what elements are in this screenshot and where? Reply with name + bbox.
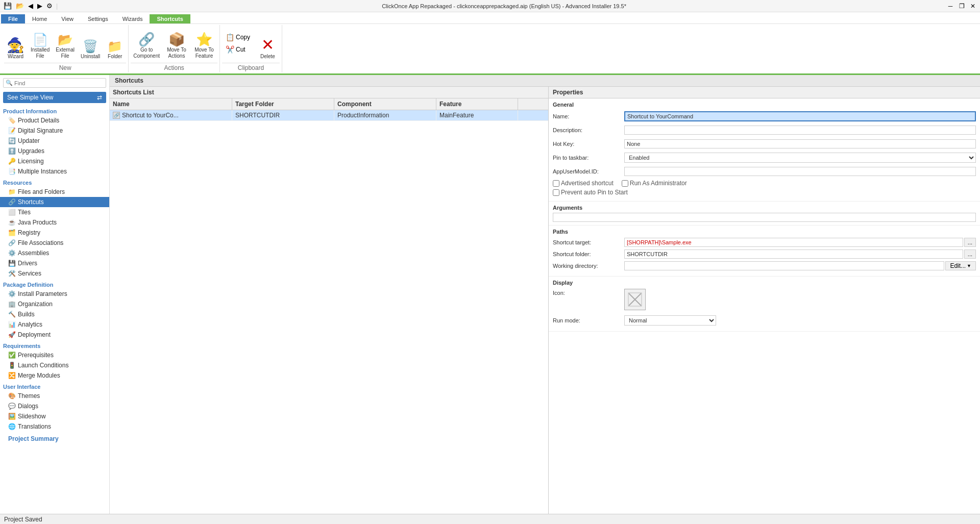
simple-view-toggle[interactable]: See Simple View ⇄ (3, 92, 106, 103)
qat-redo[interactable]: ▶ (36, 2, 44, 10)
qat-undo[interactable]: ◀ (27, 2, 35, 10)
col-component[interactable]: Component (334, 98, 436, 110)
prop-input-shortcut-target[interactable] (624, 238, 963, 247)
prop-prevent-pin[interactable]: Prevent auto Pin to Start (553, 189, 628, 196)
sidebar-item-themes[interactable]: 🎨 Themes (0, 391, 109, 401)
icon-preview[interactable] (624, 289, 646, 310)
prop-label-hotkey: Hot Key: (553, 141, 624, 147)
shortcut-folder-browse-btn[interactable]: ... (964, 249, 976, 259)
sidebar-item-upgrades[interactable]: ⬆️ Upgrades (0, 146, 109, 156)
search-input[interactable] (14, 80, 104, 86)
sidebar-item-merge-modules[interactable]: 🔀 Merge Modules (0, 370, 109, 381)
installed-file-btn[interactable]: 📄 InstalledFile (28, 26, 52, 61)
prop-run-as-admin[interactable]: Run As Administrator (622, 180, 687, 187)
shortcuts-list-title: Shortcuts List (110, 87, 548, 98)
prop-select-run-mode[interactable]: Normal Minimized Maximized (624, 315, 716, 326)
tab-file[interactable]: File (1, 14, 25, 23)
sidebar-item-builds[interactable]: 🔨 Builds (0, 309, 109, 319)
launch-conditions-label: Launch Conditions (18, 362, 68, 369)
install-params-label: Install Parameters (18, 290, 67, 297)
move-to-component-btn[interactable]: 📦 Move ToActions (163, 26, 190, 61)
col-name[interactable]: Name (110, 98, 232, 110)
sidebar-item-organization[interactable]: 🏢 Organization (0, 299, 109, 309)
sidebar-item-licensing[interactable]: 🔑 Licensing (0, 156, 109, 166)
cut-btn[interactable]: ✂️ Cut (222, 44, 254, 55)
tab-settings[interactable]: Settings (81, 14, 115, 23)
close-btn[interactable]: ✕ (968, 1, 978, 11)
sidebar-item-launch-conditions[interactable]: 🚦 Launch Conditions (0, 360, 109, 370)
prop-input-name[interactable] (624, 111, 976, 121)
sidebar-item-analytics[interactable]: 📊 Analytics (0, 319, 109, 330)
window-controls[interactable]: ─ ❐ ✕ (945, 1, 978, 11)
row-feature: MainFeature (436, 110, 518, 120)
sidebar-item-project-summary[interactable]: Project Summary (0, 434, 109, 444)
sidebar-item-drivers[interactable]: 💾 Drivers (0, 258, 109, 268)
tab-shortcuts[interactable]: Shortcuts (150, 14, 190, 23)
copy-btn[interactable]: 📋 Copy (222, 32, 254, 43)
prop-input-working-dir[interactable] (624, 261, 944, 270)
ribbon-group-new: 🧙 Wizard 📄 InstalledFile 📂 ExternalFile … (2, 25, 129, 72)
sidebar-item-updater[interactable]: 🔄 Updater (0, 136, 109, 146)
prop-input-shortcut-folder[interactable] (624, 249, 963, 259)
sidebar-item-deployment[interactable]: 🚀 Deployment (0, 330, 109, 340)
minimize-btn[interactable]: ─ (945, 1, 955, 11)
sidebar-item-shortcuts[interactable]: 🔗 Shortcuts (0, 197, 109, 207)
folder-btn[interactable]: 📁 Folder (104, 26, 126, 61)
restore-btn[interactable]: ❐ (957, 1, 967, 11)
sidebar-item-slideshow[interactable]: 🖼️ Slideshow (0, 411, 109, 421)
goto-component-label: Go toComponent (133, 47, 160, 59)
shortcut-target-browse-btn[interactable]: ... (964, 238, 976, 247)
row-name[interactable]: 🔗 Shortcut to YourCo... (110, 110, 232, 120)
working-dir-edit-btn[interactable]: Edit... ▼ (945, 261, 976, 270)
prop-input-appusermodel[interactable] (624, 167, 976, 176)
qat-settings[interactable]: ⚙ (45, 2, 54, 10)
row-extra (518, 110, 548, 120)
cb-run-as-admin[interactable] (622, 180, 628, 187)
move-to-feature-btn[interactable]: ⭐ Move ToFeature (191, 26, 217, 61)
qat-open[interactable]: 📂 (14, 2, 26, 10)
wizard-btn[interactable]: 🧙 Wizard (4, 26, 27, 61)
display-section-label: Display (553, 280, 976, 286)
sidebar-item-translations[interactable]: 🌐 Translations (0, 421, 109, 432)
search-box[interactable]: 🔍 (3, 78, 106, 88)
sidebar-item-registry[interactable]: 🗂️ Registry (0, 228, 109, 238)
shortcut-icon: 🔗 (113, 112, 120, 119)
tab-wizards[interactable]: Wizards (115, 14, 150, 23)
delete-btn[interactable]: ✕ Delete (256, 26, 280, 61)
prop-input-description[interactable] (624, 126, 976, 135)
props-section-display: Display Icon: (549, 277, 980, 332)
prop-advertised-shortcut[interactable]: Advertised shortcut (553, 180, 614, 187)
sidebar-item-digital-signature[interactable]: 📝 Digital Signature (0, 126, 109, 136)
col-target-folder[interactable]: Target Folder (232, 98, 334, 110)
sidebar-item-multiple-instances[interactable]: 📑 Multiple Instances (0, 166, 109, 177)
sidebar-item-services[interactable]: 🛠️ Services (0, 268, 109, 279)
goto-component-btn[interactable]: 🔗 Go toComponent (131, 26, 162, 61)
sidebar-item-java-products[interactable]: ☕ Java Products (0, 217, 109, 228)
external-file-btn[interactable]: 📂 ExternalFile (53, 26, 77, 61)
prop-input-arguments[interactable] (553, 213, 976, 222)
cb-prevent-pin[interactable] (553, 189, 559, 196)
sidebar-item-tiles[interactable]: ⬜ Tiles (0, 207, 109, 217)
col-feature[interactable]: Feature (436, 98, 518, 110)
tab-home[interactable]: Home (25, 14, 54, 23)
qat-save[interactable]: 💾 (2, 2, 13, 10)
sidebar-item-file-associations[interactable]: 🔗 File Associations (0, 238, 109, 248)
assemblies-label: Assemblies (18, 249, 49, 257)
sidebar-item-assemblies[interactable]: ⚙️ Assemblies (0, 248, 109, 258)
prop-select-pin-taskbar[interactable]: Enabled Disabled (624, 153, 976, 163)
sidebar-item-prerequisites[interactable]: ✅ Prerequisites (0, 350, 109, 360)
uninstall-btn[interactable]: 🗑️ Uninstall (78, 26, 103, 61)
sidebar-item-dialogs[interactable]: 💬 Dialogs (0, 401, 109, 411)
shortcuts-label: Shortcuts (18, 198, 44, 206)
sidebar-item-product-details[interactable]: 🏷️ Product Details (0, 115, 109, 126)
quick-access-toolbar[interactable]: 💾 📂 ◀ ▶ ⚙ | (2, 2, 59, 10)
file-associations-icon: 🔗 (8, 239, 16, 246)
upgrades-label: Upgrades (18, 147, 44, 155)
sidebar-item-install-params[interactable]: ⚙️ Install Parameters (0, 289, 109, 299)
cb-advertised-shortcut[interactable] (553, 180, 559, 187)
sidebar-item-files-folders[interactable]: 📁 Files and Folders (0, 187, 109, 197)
table-row[interactable]: 🔗 Shortcut to YourCo... SHORTCUTDIR Prod… (110, 110, 548, 121)
prop-input-hotkey[interactable] (624, 139, 976, 148)
tab-view[interactable]: View (54, 14, 81, 23)
list-body[interactable]: 🔗 Shortcut to YourCo... SHORTCUTDIR Prod… (110, 110, 548, 514)
